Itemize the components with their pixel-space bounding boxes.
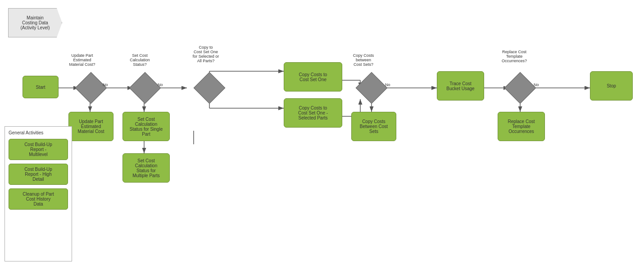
trace-cost-bucket-label: Trace Cost Bucket Usage [446, 81, 474, 91]
set-cost-calc-single-label: Set Cost Calculation Status for Single P… [130, 117, 163, 137]
general-activity-2: Cost Build-UpReport - HighDetail [9, 164, 68, 185]
diamond5-no: No [534, 82, 539, 87]
general-activities-title: General Activities [9, 130, 68, 135]
copy-costs-between-label: Copy Costs Between Cost Sets [360, 119, 388, 134]
header-title: Maintain Costing Data (Activity Level) [20, 15, 50, 30]
diamond1-no: No [103, 82, 108, 87]
copy-costs-set-one-selected-label: Copy Costs to Cost Set One - Selected Pa… [298, 105, 328, 120]
set-cost-calc-multiple-label: Set Cost Calculation Status for Multiple… [132, 158, 160, 178]
set-cost-calc-single-node: Set Cost Calculation Status for Single P… [122, 112, 170, 141]
diamond3-question: Copy to Cost Set One for Selected or All… [186, 45, 226, 63]
start-label: Start [36, 85, 45, 90]
update-part-cost-node: Update Part Estimated Material Cost [68, 112, 113, 141]
diamond4-no: No [385, 82, 390, 87]
replace-cost-template-label: Replace Cost Template Occurrences [508, 119, 535, 134]
start-node: Start [23, 76, 59, 98]
diamond2-no: No [158, 82, 163, 87]
diamond3 [194, 72, 226, 104]
copy-costs-between-node: Copy Costs Between Cost Sets [351, 112, 396, 141]
stop-label: Stop [607, 83, 616, 88]
set-cost-calc-multiple-node: Set Cost Calculation Status for Multiple… [122, 153, 170, 183]
diagram-container: Maintain Costing Data (Activity Level) [0, 0, 644, 275]
stop-node: Stop [590, 71, 633, 101]
copy-costs-set-one-node: Copy Costs to Cost Set One [284, 62, 342, 92]
trace-cost-bucket-node: Trace Cost Bucket Usage [437, 71, 484, 101]
header-shape: Maintain Costing Data (Activity Level) [8, 8, 62, 37]
diamond4-question: Copy Costs between Cost Sets? [343, 53, 384, 67]
diamond2 [129, 72, 161, 104]
diamond4 [356, 72, 388, 104]
general-activity-1: Cost Build-UpReport -Multilevel [9, 139, 68, 160]
diamond1-question: Update Part Estimated Material Cost? [63, 53, 101, 67]
general-activity-3: Cleanup of PartCost HistoryData [9, 188, 68, 210]
copy-costs-set-one-label: Copy Costs to Cost Set One [299, 72, 327, 82]
diamond5 [504, 72, 536, 104]
general-activities-box: General Activities Cost Build-UpReport -… [5, 126, 72, 261]
diamond2-question: Set Cost Calculation Status? [121, 53, 159, 67]
copy-costs-set-one-selected-node: Copy Costs to Cost Set One - Selected Pa… [284, 98, 342, 128]
replace-cost-template-node: Replace Cost Template Occurrences [498, 112, 545, 141]
diamond1 [75, 72, 107, 104]
diamond5-question: Replace Cost Template Occurrences? [492, 50, 537, 63]
update-part-cost-label: Update Part Estimated Material Cost [78, 119, 104, 134]
